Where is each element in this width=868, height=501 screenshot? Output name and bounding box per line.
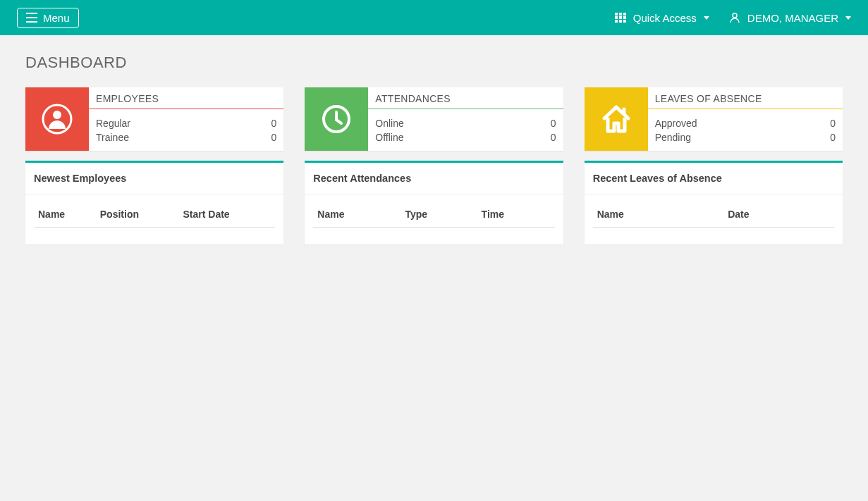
person-icon [42, 104, 73, 135]
employees-card-title: EMPLOYEES [89, 87, 283, 109]
user-name-label: DEMO, MANAGER [747, 12, 838, 24]
quick-access-label: Quick Access [633, 12, 697, 24]
svg-rect-6 [615, 20, 618, 23]
stat-label: Approved [655, 118, 697, 129]
svg-point-11 [53, 111, 61, 119]
employees-card-icon [25, 87, 89, 151]
attendances-card-body: ATTENDANCES Online 0 Offline 0 [368, 87, 563, 151]
stat-value: 0 [830, 132, 836, 143]
employees-card-body: EMPLOYEES Regular 0 Trainee 0 [89, 87, 283, 151]
hamburger-icon [26, 13, 37, 23]
panel-title: Newest Employees [25, 163, 283, 194]
col-time: Time [477, 202, 555, 228]
stat-row: Pending 0 [655, 130, 836, 144]
svg-rect-5 [623, 16, 626, 19]
col-name: Name [593, 202, 724, 228]
topbar: Menu Quick Access [0, 0, 868, 35]
recent-leaves-panel: Recent Leaves of Absence Name Date [585, 161, 843, 245]
col-position: Position [96, 202, 179, 228]
stat-value: 0 [271, 132, 277, 143]
menu-button[interactable]: Menu [17, 8, 79, 28]
attendances-card-title: ATTENDANCES [368, 87, 563, 109]
stat-row: Approved 0 [655, 116, 836, 130]
employees-card: EMPLOYEES Regular 0 Trainee 0 [25, 87, 283, 151]
quick-access-dropdown[interactable]: Quick Access [615, 12, 709, 24]
recent-attendances-panel: Recent Attendances Name Type Time [305, 161, 563, 245]
panel-body: Name Date [585, 194, 843, 245]
leaves-card: LEAVES OF ABSENCE Approved 0 Pending 0 [585, 87, 843, 151]
svg-rect-8 [623, 20, 626, 23]
attendances-card: ATTENDANCES Online 0 Offline 0 [305, 87, 563, 151]
recent-leaves-table: Name Date [593, 202, 834, 228]
newest-employees-table: Name Position Start Date [34, 202, 275, 228]
svg-rect-4 [619, 16, 622, 19]
stat-value: 0 [830, 118, 836, 129]
svg-rect-7 [619, 20, 622, 23]
user-dropdown[interactable]: DEMO, MANAGER [729, 12, 851, 24]
leaves-card-body: LEAVES OF ABSENCE Approved 0 Pending 0 [648, 87, 843, 151]
panel-title: Recent Leaves of Absence [585, 163, 843, 194]
stat-label: Offline [375, 132, 403, 143]
stat-label: Trainee [96, 132, 129, 143]
attendances-card-rows: Online 0 Offline 0 [368, 109, 563, 151]
stat-row: Regular 0 [96, 116, 276, 130]
employees-card-rows: Regular 0 Trainee 0 [89, 109, 283, 151]
menu-label: Menu [43, 12, 70, 24]
leaves-card-rows: Approved 0 Pending 0 [648, 109, 843, 151]
stat-value: 0 [551, 132, 556, 143]
stat-row: Online 0 [375, 116, 556, 130]
home-icon [600, 104, 632, 134]
stat-label: Regular [96, 118, 130, 129]
page-content: DASHBOARD EMPLOYEES [0, 35, 868, 263]
stat-label: Pending [655, 132, 691, 143]
panel-body: Name Position Start Date [25, 194, 283, 245]
caret-down-icon [845, 16, 851, 20]
dashboard-grid: EMPLOYEES Regular 0 Trainee 0 Newest E [25, 87, 843, 245]
col-attendances: ATTENDANCES Online 0 Offline 0 Recent [305, 87, 563, 245]
panel-body: Name Type Time [305, 194, 563, 245]
stat-row: Trainee 0 [96, 130, 276, 144]
user-icon [729, 12, 740, 23]
clock-icon [321, 104, 352, 135]
stat-value: 0 [551, 118, 556, 129]
recent-attendances-table: Name Type Time [313, 202, 554, 228]
col-type: Type [401, 202, 477, 228]
leaves-card-icon [585, 87, 648, 151]
stat-row: Offline 0 [375, 130, 556, 144]
svg-rect-0 [615, 13, 618, 16]
svg-rect-3 [615, 16, 618, 19]
col-start-date: Start Date [179, 202, 276, 228]
newest-employees-panel: Newest Employees Name Position Start Dat… [25, 161, 283, 245]
col-name: Name [313, 202, 401, 228]
attendances-card-icon [305, 87, 368, 151]
svg-point-9 [733, 13, 737, 18]
col-name: Name [34, 202, 96, 228]
grid-icon [615, 13, 626, 23]
panel-title: Recent Attendances [305, 163, 563, 194]
page-title: DASHBOARD [25, 54, 843, 72]
stat-value: 0 [271, 118, 277, 129]
svg-rect-1 [619, 13, 622, 16]
leaves-card-title: LEAVES OF ABSENCE [648, 87, 843, 109]
col-leaves: LEAVES OF ABSENCE Approved 0 Pending 0 [585, 87, 843, 245]
caret-down-icon [704, 16, 709, 20]
col-date: Date [723, 202, 834, 228]
stat-label: Online [375, 118, 403, 129]
col-employees: EMPLOYEES Regular 0 Trainee 0 Newest E [25, 87, 283, 245]
svg-rect-2 [623, 13, 626, 16]
topbar-right: Quick Access DEMO, MANAGER [615, 12, 851, 24]
